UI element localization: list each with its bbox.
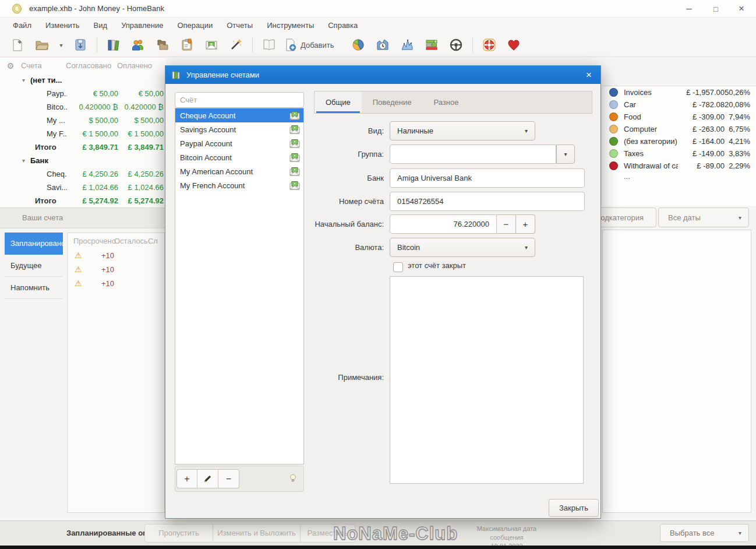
paid-amount: £ 1,024.66 (118, 183, 166, 192)
account-closed-checkbox[interactable] (393, 262, 403, 272)
bank-label: Банк (273, 168, 384, 188)
account-row[interactable]: Savi...£ 1,024.66£ 1,024.66 (0, 181, 166, 194)
dialog-title: Управление счетами (186, 71, 259, 79)
dialog-close-button[interactable]: × (577, 66, 600, 84)
balance-decrement-button[interactable]: − (497, 214, 516, 234)
account-row[interactable]: Payp...€ 50,00€ 50,00 (0, 87, 166, 100)
reconciled-amount: € 50,00 (67, 89, 118, 98)
legend-row[interactable]: Computer£ -263.006,75% (602, 123, 756, 135)
scheduled-row[interactable]: ⚠+10 (68, 276, 164, 290)
donate-button[interactable] (503, 35, 524, 55)
bank-input[interactable] (390, 168, 585, 188)
manage-templates-button[interactable] (201, 35, 222, 55)
category-percent: 6,75% (725, 125, 756, 133)
tab-scheduled[interactable]: Запланировано (5, 233, 63, 255)
account-list-item[interactable]: Cheque Account (175, 108, 303, 122)
close-dialog-button[interactable]: Закрыть (549, 499, 599, 517)
legend-row[interactable]: Invoices£ -1,957.0050,26% (602, 86, 756, 98)
menu-edit[interactable]: Изменить (38, 17, 87, 33)
column-paid[interactable]: Оплачено (117, 61, 162, 70)
menu-file[interactable]: Файл (6, 17, 38, 33)
currency-dropdown[interactable]: Bitcoin▾ (390, 238, 535, 257)
scheduled-transactions-button[interactable] (176, 35, 197, 55)
open-recent-dropdown[interactable]: ▾ (56, 35, 66, 55)
legend-row[interactable]: Food£ -309.007,94% (602, 111, 756, 123)
close-button[interactable]: × (728, 0, 755, 17)
notes-textarea[interactable] (390, 276, 584, 484)
legend-row[interactable]: Car£ -782.0820,08% (602, 98, 756, 111)
tab-behavior[interactable]: Поведение (362, 92, 423, 113)
dialog-tabs: Общие Поведение Разное (314, 91, 592, 114)
menu-help[interactable]: Справка (321, 17, 365, 33)
account-row[interactable]: My F...€ 1 500,00€ 1 500,00 (0, 127, 166, 140)
balance-increment-button[interactable]: + (516, 214, 535, 234)
account-row[interactable]: My ...$ 500,00$ 500,00 (0, 114, 166, 127)
trend-report-button[interactable] (397, 35, 418, 55)
lifebuoy-icon (482, 38, 496, 52)
menu-view[interactable]: Вид (87, 17, 115, 33)
minimize-button[interactable]: – (676, 0, 702, 17)
scheduled-row[interactable]: ⚠+10 (68, 262, 164, 276)
manage-accounts-button[interactable] (103, 35, 124, 55)
column-reconciled[interactable]: Согласовано (66, 61, 117, 70)
vehicle-cost-button[interactable] (446, 35, 467, 55)
pie-chart-icon (351, 38, 365, 52)
tab-remind[interactable]: Напомнить (5, 277, 63, 299)
budget-report-button[interactable] (421, 35, 442, 55)
manage-payees-button[interactable] (128, 35, 149, 55)
add-transaction-label: Добавить (301, 41, 334, 50)
save-button[interactable] (70, 35, 91, 55)
add-account-button[interactable]: + (176, 469, 197, 488)
account-row[interactable]: Cheq...£ 4,250.26£ 4,250.26 (0, 167, 166, 181)
watermark: NoNaMe-Club (333, 523, 458, 544)
legend-row[interactable]: Withdrawal of cash£ -89.002,29% (602, 160, 756, 172)
open-file-button[interactable] (31, 35, 52, 55)
menu-transactions[interactable]: Операции (170, 17, 220, 33)
initial-balance-input[interactable] (390, 214, 497, 234)
menu-tools[interactable]: Инструменты (260, 17, 321, 33)
rename-account-button[interactable] (197, 469, 218, 488)
show-transactions-button[interactable] (259, 35, 280, 55)
time-report-button[interactable] (372, 35, 393, 55)
tab-general[interactable]: Общие (315, 92, 362, 113)
menu-reports[interactable]: Отчеты (220, 17, 260, 33)
manage-categories-button[interactable] (152, 35, 173, 55)
toolbar-separator (252, 37, 253, 52)
date-filter-dropdown[interactable]: Все даты▾ (658, 207, 749, 227)
legend-row[interactable]: (без категории)£ -164.004,21% (602, 135, 756, 147)
reconciled-amount: £ 4,250.26 (67, 170, 118, 178)
menu-manage[interactable]: Управление (114, 17, 170, 33)
expander-icon[interactable]: ▾ (22, 157, 30, 164)
new-file-button[interactable] (7, 35, 28, 55)
tab-misc[interactable]: Разное (423, 92, 470, 113)
tab-future[interactable]: Будущее (5, 255, 63, 277)
scheduled-row[interactable]: ⚠+10 (68, 248, 164, 262)
account-row[interactable]: Bitco...0.420000 ₿0.420000 ₿ (0, 100, 166, 114)
group-input[interactable] (390, 145, 556, 164)
add-transaction-button[interactable]: Добавить (283, 35, 334, 55)
column-next[interactable]: Сл (148, 237, 164, 245)
remove-account-button[interactable]: − (218, 469, 239, 488)
legend-row[interactable]: Taxes£ -149.003,83% (602, 147, 756, 160)
paid-amount: € 1 500,00 (118, 129, 166, 138)
account-group-row[interactable]: ▾Банк (0, 154, 166, 167)
statistics-report-button[interactable] (348, 35, 369, 55)
reconciled-amount: € 1 500,00 (67, 129, 118, 138)
chevron-down-icon: ▾ (525, 244, 528, 251)
column-overdue[interactable]: Просрочено (68, 237, 114, 245)
group-dropdown-button[interactable]: ▾ (556, 145, 575, 164)
gear-icon[interactable]: ⚙ (0, 61, 21, 71)
skip-button[interactable]: Пропустить (144, 524, 213, 543)
column-remaining[interactable]: Осталось (114, 237, 148, 245)
type-dropdown[interactable]: Наличные▾ (390, 121, 535, 140)
account-number-input[interactable] (390, 192, 585, 211)
expander-icon[interactable]: ▾ (22, 77, 30, 83)
select-all-dropdown[interactable]: Выбрать все▾ (660, 524, 749, 542)
account-search-input[interactable] (175, 92, 304, 108)
account-group-row[interactable]: ▾(нет ти... (0, 73, 166, 87)
column-accounts[interactable]: Счета (21, 61, 66, 70)
manage-assignments-button[interactable] (225, 35, 246, 55)
help-button[interactable] (479, 35, 500, 55)
edit-and-post-button[interactable]: Изменить и Выложить (213, 524, 301, 543)
maximize-button[interactable]: □ (702, 0, 729, 17)
